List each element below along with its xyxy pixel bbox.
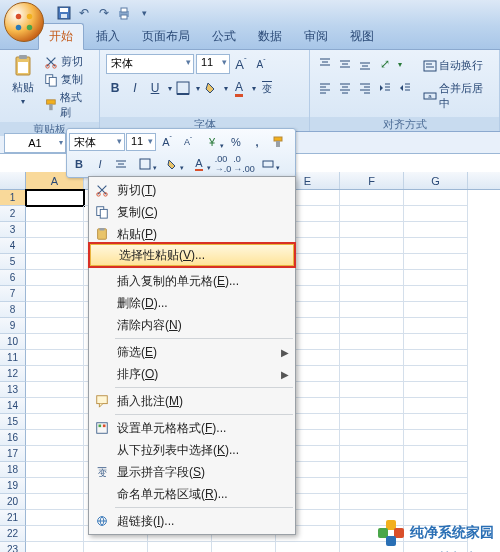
border-button[interactable]: [174, 78, 200, 98]
cell[interactable]: [404, 382, 468, 398]
row-header[interactable]: 22: [0, 526, 26, 542]
grow-font-button[interactable]: Aˆ: [232, 54, 250, 74]
ctx-delete[interactable]: 删除(D)...: [89, 292, 295, 314]
cell[interactable]: [26, 430, 84, 446]
cell[interactable]: [26, 366, 84, 382]
phonetic-guide-button[interactable]: 变: [258, 78, 276, 98]
ctx-insert-copied[interactable]: 插入复制的单元格(E)...: [89, 270, 295, 292]
cell[interactable]: [340, 222, 404, 238]
cell[interactable]: [404, 270, 468, 286]
cell[interactable]: [404, 222, 468, 238]
cell[interactable]: [276, 542, 340, 552]
ctx-insert-comment[interactable]: 插入批注(M): [89, 390, 295, 412]
row-header[interactable]: 23: [0, 542, 26, 552]
mini-percent-button[interactable]: %: [226, 132, 246, 152]
font-color-button[interactable]: A: [230, 78, 256, 98]
mini-increase-decimal[interactable]: .00→.0: [213, 154, 233, 174]
cell[interactable]: [26, 302, 84, 318]
cell[interactable]: [404, 206, 468, 222]
mini-format-painter[interactable]: [268, 132, 288, 152]
row-header[interactable]: 16: [0, 430, 26, 446]
row-header[interactable]: 12: [0, 366, 26, 382]
cell[interactable]: [340, 494, 404, 510]
align-left-button[interactable]: [316, 78, 334, 98]
cell[interactable]: [404, 446, 468, 462]
ctx-pick-from-list[interactable]: 从下拉列表中选择(K)...: [89, 439, 295, 461]
cell[interactable]: [340, 462, 404, 478]
column-header[interactable]: G: [404, 172, 468, 189]
cell[interactable]: [340, 270, 404, 286]
merge-center-button[interactable]: a合并后居中: [420, 79, 495, 113]
mini-bold[interactable]: B: [69, 154, 89, 174]
cell[interactable]: [26, 542, 84, 552]
cell[interactable]: [340, 382, 404, 398]
cell[interactable]: [404, 462, 468, 478]
row-header[interactable]: 4: [0, 238, 26, 254]
mini-accounting-format[interactable]: ¥: [199, 132, 225, 152]
ctx-cut[interactable]: 剪切(T): [89, 179, 295, 201]
cell[interactable]: [404, 286, 468, 302]
cell[interactable]: [26, 398, 84, 414]
align-center-button[interactable]: [336, 78, 354, 98]
row-header[interactable]: 21: [0, 510, 26, 526]
mini-italic[interactable]: I: [90, 154, 110, 174]
ctx-filter[interactable]: 筛选(E)▶: [89, 341, 295, 363]
mini-shrink-font[interactable]: Aˇ: [178, 132, 198, 152]
cell[interactable]: [404, 350, 468, 366]
cell[interactable]: [26, 254, 84, 270]
cell[interactable]: [84, 542, 148, 552]
cell[interactable]: [26, 494, 84, 510]
qat-dropdown-icon[interactable]: ▾: [136, 5, 152, 21]
row-header[interactable]: 19: [0, 478, 26, 494]
cell[interactable]: [340, 334, 404, 350]
cell[interactable]: [404, 478, 468, 494]
row-header[interactable]: 14: [0, 398, 26, 414]
cell[interactable]: [404, 318, 468, 334]
cell[interactable]: [26, 462, 84, 478]
row-header[interactable]: 6: [0, 270, 26, 286]
ctx-name-range[interactable]: 命名单元格区域(R)...: [89, 483, 295, 505]
tab-home[interactable]: 开始: [38, 23, 84, 50]
ctx-paste-special[interactable]: 选择性粘贴(V)...: [90, 244, 294, 266]
cell[interactable]: [26, 414, 84, 430]
tab-formulas[interactable]: 公式: [202, 24, 246, 49]
row-header[interactable]: 3: [0, 222, 26, 238]
mini-comma-button[interactable]: ,: [247, 132, 267, 152]
mini-merge[interactable]: [255, 154, 281, 174]
cell[interactable]: [404, 414, 468, 430]
cell[interactable]: [404, 238, 468, 254]
row-header[interactable]: 18: [0, 462, 26, 478]
row-header[interactable]: 20: [0, 494, 26, 510]
increase-indent-button[interactable]: [396, 78, 414, 98]
underline-button[interactable]: U: [146, 78, 172, 98]
cell[interactable]: [404, 334, 468, 350]
office-button[interactable]: [4, 2, 44, 42]
name-box[interactable]: A1: [4, 133, 66, 153]
mini-grow-font[interactable]: Aˆ: [157, 132, 177, 152]
column-header[interactable]: F: [340, 172, 404, 189]
row-header[interactable]: 9: [0, 318, 26, 334]
mini-align-center[interactable]: [111, 154, 131, 174]
cell[interactable]: [212, 542, 276, 552]
cell[interactable]: [340, 414, 404, 430]
ctx-sort[interactable]: 排序(O)▶: [89, 363, 295, 385]
ctx-show-phonetic[interactable]: 变显示拼音字段(S): [89, 461, 295, 483]
row-header[interactable]: 15: [0, 414, 26, 430]
row-header[interactable]: 8: [0, 302, 26, 318]
cell[interactable]: [26, 206, 84, 222]
italic-button[interactable]: I: [126, 78, 144, 98]
mini-fill-color[interactable]: [159, 154, 185, 174]
cell[interactable]: [404, 254, 468, 270]
cell[interactable]: [340, 350, 404, 366]
cell[interactable]: [340, 286, 404, 302]
cell[interactable]: [340, 478, 404, 494]
cell[interactable]: [26, 238, 84, 254]
cell[interactable]: [340, 366, 404, 382]
row-header[interactable]: 10: [0, 334, 26, 350]
tab-data[interactable]: 数据: [248, 24, 292, 49]
ctx-format-cells[interactable]: 设置单元格格式(F)...: [89, 417, 295, 439]
row-header[interactable]: 7: [0, 286, 26, 302]
align-top-button[interactable]: [316, 54, 334, 74]
align-right-button[interactable]: [356, 78, 374, 98]
cell[interactable]: [26, 190, 84, 206]
